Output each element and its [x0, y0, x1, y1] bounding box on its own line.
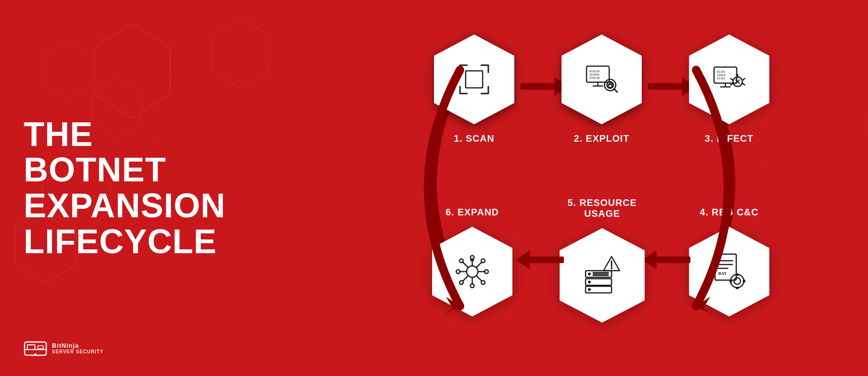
hex-exploit: 010110 101001 010110 — [559, 32, 644, 127]
main-title: THE BOTNET EXPANSION LIFECYCLE — [24, 117, 222, 259]
label-resource: 5. RESOURCEUSAGE — [568, 197, 637, 219]
hex-resource — [557, 226, 647, 325]
svg-text:101001: 101001 — [589, 73, 600, 76]
hex-resource-wrapper: 5. RESOURCEUSAGE — [557, 197, 647, 325]
arrow-5-to-6 — [516, 250, 564, 269]
hex-exploit-wrapper: 010110 101001 010110 2. EX — [559, 32, 644, 144]
label-exploit: 2. EXPLOIT — [574, 133, 630, 144]
svg-line-112 — [477, 276, 482, 281]
bitninja-logo-icon — [24, 339, 47, 357]
svg-point-115 — [481, 259, 485, 263]
svg-point-109 — [485, 270, 488, 273]
svg-rect-39 — [27, 345, 35, 350]
logo-sub: SERVER SECURITY — [52, 349, 103, 354]
right-panel: 1. SCAN — [246, 0, 868, 376]
svg-text:010110: 010110 — [589, 69, 600, 73]
main-container: THE BOTNET EXPANSION LIFECYCLE BitNinja … — [0, 0, 868, 376]
logo-name: BitNinja — [52, 342, 103, 349]
left-panel: THE BOTNET EXPANSION LIFECYCLE BitNinja … — [0, 0, 246, 376]
svg-point-99 — [611, 267, 613, 269]
svg-point-92 — [588, 281, 591, 283]
svg-point-91 — [588, 273, 591, 275]
svg-line-58 — [614, 89, 617, 92]
resource-icon — [576, 249, 628, 301]
logo-text: BitNinja SERVER SECURITY — [52, 342, 103, 354]
exploit-icon: 010110 101001 010110 — [578, 56, 625, 103]
svg-point-93 — [588, 288, 591, 291]
right-curve-arrow — [684, 56, 769, 320]
svg-point-113 — [481, 281, 485, 284]
left-curve-arrow — [387, 56, 472, 320]
logo-container: BitNinja SERVER SECURITY — [24, 339, 103, 357]
svg-text:010110: 010110 — [589, 76, 600, 79]
svg-line-114 — [477, 262, 482, 267]
arrow-4-to-5 — [642, 250, 690, 269]
svg-rect-41 — [38, 346, 43, 349]
